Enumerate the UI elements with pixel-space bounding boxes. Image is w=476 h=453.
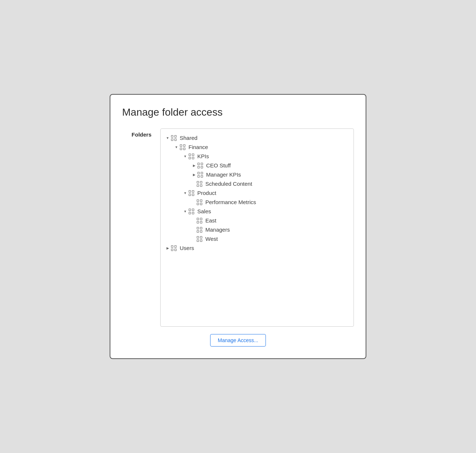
svg-rect-43 — [200, 231, 202, 232]
svg-rect-14 — [198, 166, 199, 168]
svg-rect-7 — [183, 148, 185, 150]
tree-item-west[interactable]: West — [164, 234, 351, 243]
tree-item-performance-metrics[interactable]: Performance Metrics — [164, 197, 351, 207]
tree-item-shared[interactable]: Shared — [164, 133, 351, 142]
svg-rect-38 — [197, 221, 199, 223]
tree-item-label: West — [205, 236, 218, 242]
svg-rect-49 — [175, 246, 176, 247]
folder-grid-icon — [188, 209, 194, 214]
svg-rect-8 — [189, 154, 191, 156]
chevron-right-icon — [191, 172, 197, 177]
svg-rect-3 — [175, 139, 176, 141]
svg-rect-36 — [197, 218, 199, 220]
folder-grid-icon — [197, 218, 202, 224]
tree-item-east[interactable]: East — [164, 216, 351, 225]
svg-rect-18 — [198, 175, 199, 177]
tree-item-label: Scheduled Content — [205, 181, 252, 187]
svg-rect-29 — [200, 200, 202, 202]
folder-grid-icon — [180, 144, 186, 150]
svg-rect-33 — [192, 209, 194, 211]
svg-rect-23 — [200, 185, 202, 186]
svg-rect-42 — [197, 231, 199, 232]
svg-rect-48 — [171, 246, 173, 247]
tree-item-finance[interactable]: Finance — [164, 142, 351, 152]
tree-item-label: Performance Metrics — [205, 199, 256, 205]
dialog-title: Manage folder access — [122, 106, 354, 118]
tree-item-label: Sales — [197, 208, 211, 214]
chevron-right-icon — [165, 246, 170, 251]
folder-grid-icon — [188, 190, 194, 196]
svg-rect-21 — [200, 181, 202, 183]
svg-rect-0 — [171, 135, 173, 137]
svg-rect-13 — [201, 163, 203, 165]
tree-item-sales[interactable]: Sales — [164, 207, 351, 216]
folder-grid-icon — [188, 153, 194, 159]
chevron-down-icon — [183, 191, 188, 196]
svg-rect-32 — [189, 209, 191, 211]
chevron-right-icon — [191, 163, 197, 168]
chevron-down-icon — [183, 209, 188, 214]
manage-access-button[interactable]: Manage Access... — [210, 334, 266, 347]
svg-rect-20 — [197, 181, 199, 183]
svg-rect-45 — [200, 236, 202, 238]
chevron-down-icon — [174, 145, 179, 150]
folder-grid-icon — [197, 172, 203, 178]
svg-rect-6 — [180, 148, 182, 150]
svg-rect-2 — [171, 139, 173, 141]
svg-rect-12 — [198, 163, 199, 165]
svg-rect-9 — [192, 154, 194, 156]
svg-rect-44 — [197, 236, 199, 238]
svg-rect-28 — [197, 200, 199, 202]
folder-grid-icon — [197, 181, 202, 187]
chevron-down-icon — [165, 135, 170, 141]
tree-item-label: Users — [180, 245, 194, 251]
svg-rect-15 — [201, 166, 203, 168]
folder-grid-icon — [197, 236, 202, 242]
svg-rect-30 — [197, 203, 199, 205]
folder-grid-icon — [171, 135, 177, 141]
tree-item-kpis[interactable]: KPIs — [164, 152, 351, 161]
dialog-body: Folders Shared Finance KPIs CEO Stuff Ma… — [122, 128, 354, 327]
svg-rect-16 — [198, 172, 199, 174]
tree-item-ceo-stuff[interactable]: CEO Stuff — [164, 161, 351, 170]
tree-item-label: Managers — [205, 226, 230, 233]
svg-rect-46 — [197, 240, 199, 242]
svg-rect-22 — [197, 185, 199, 186]
tree-item-label: Manager KPIs — [206, 171, 241, 178]
svg-rect-1 — [175, 135, 176, 137]
tree-item-label: CEO Stuff — [206, 162, 231, 168]
tree-item-label: Shared — [180, 135, 197, 141]
tree-item-manager-kpis[interactable]: Manager KPIs — [164, 170, 351, 179]
svg-rect-39 — [200, 221, 202, 223]
folder-grid-icon — [197, 199, 202, 205]
tree-item-label: East — [205, 217, 216, 224]
svg-rect-35 — [192, 212, 194, 214]
folder-grid-icon — [197, 227, 202, 233]
svg-rect-10 — [189, 157, 191, 159]
svg-rect-51 — [175, 249, 176, 251]
tree-item-product[interactable]: Product — [164, 188, 351, 197]
tree-item-label: Finance — [188, 144, 208, 150]
tree-item-label: Product — [197, 190, 216, 196]
svg-rect-25 — [192, 191, 194, 192]
folder-grid-icon — [171, 245, 177, 251]
folder-grid-icon — [197, 163, 203, 168]
manage-folder-access-dialog: Manage folder access Folders Shared Fina… — [110, 94, 366, 359]
svg-rect-26 — [189, 194, 191, 196]
svg-rect-11 — [192, 157, 194, 159]
svg-rect-4 — [180, 145, 182, 146]
tree-item-label: KPIs — [197, 153, 209, 159]
svg-rect-31 — [200, 203, 202, 205]
svg-rect-24 — [189, 191, 191, 192]
svg-rect-41 — [200, 227, 202, 229]
folders-label: Folders — [122, 128, 151, 138]
svg-rect-37 — [200, 218, 202, 220]
svg-rect-27 — [192, 194, 194, 196]
svg-rect-50 — [171, 249, 173, 251]
dialog-footer: Manage Access... — [122, 334, 354, 347]
tree-item-managers[interactable]: Managers — [164, 225, 351, 234]
tree-item-scheduled-content[interactable]: Scheduled Content — [164, 179, 351, 188]
tree-item-users[interactable]: Users — [164, 243, 351, 253]
svg-rect-17 — [201, 172, 203, 174]
chevron-down-icon — [183, 154, 188, 159]
